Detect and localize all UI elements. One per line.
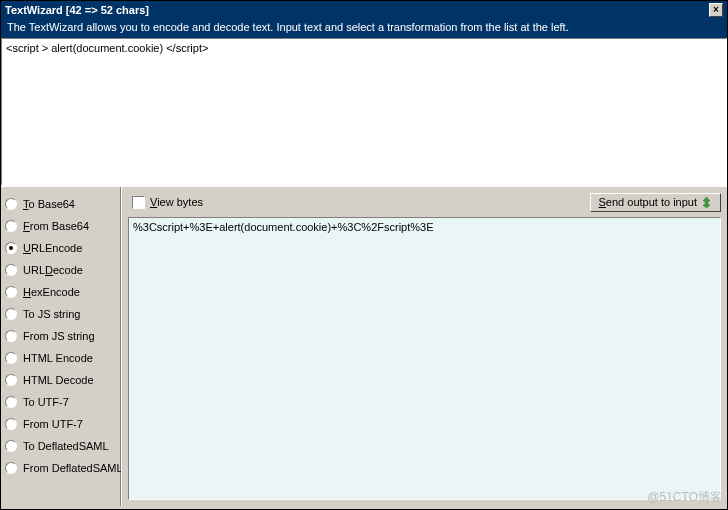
radio-icon	[5, 264, 17, 276]
radio-label: From JS string	[23, 330, 95, 342]
radio-urlencode[interactable]: URLEncode	[5, 237, 116, 259]
radio-html-decode[interactable]: HTML Decode	[5, 369, 116, 391]
radio-icon	[5, 220, 17, 232]
radio-icon	[5, 440, 17, 452]
radio-hexencode[interactable]: HexEncode	[5, 281, 116, 303]
radio-label: To DeflatedSAML	[23, 440, 109, 452]
radio-from-base64[interactable]: From Base64	[5, 215, 116, 237]
radio-from-js-string[interactable]: From JS string	[5, 325, 116, 347]
radio-label: URLEncode	[23, 242, 82, 254]
description-text: The TextWizard allows you to encode and …	[1, 19, 727, 38]
lower-pane: To Base64From Base64URLEncodeURLDecodeHe…	[1, 186, 727, 506]
radio-label: URLDecode	[23, 264, 83, 276]
view-bytes-label: View bytes	[150, 196, 203, 208]
checkbox-icon	[132, 196, 145, 209]
radio-html-encode[interactable]: HTML Encode	[5, 347, 116, 369]
radio-label: HexEncode	[23, 286, 80, 298]
radio-to-utf7[interactable]: To UTF-7	[5, 391, 116, 413]
radio-icon	[5, 242, 17, 254]
radio-label: From UTF-7	[23, 418, 83, 430]
radio-icon	[5, 418, 17, 430]
arrow-up-icon	[701, 196, 712, 209]
radio-icon	[5, 462, 17, 474]
radio-label: From Base64	[23, 220, 89, 232]
radio-icon	[5, 374, 17, 386]
input-textarea[interactable]: <script > alert(document.cookie) </scrip…	[1, 38, 727, 186]
output-textarea[interactable]: %3Cscript+%3E+alert(document.cookie)+%3C…	[128, 217, 721, 500]
radio-label: To Base64	[23, 198, 75, 210]
radio-icon	[5, 330, 17, 342]
radio-icon	[5, 396, 17, 408]
radio-to-deflatedsaml[interactable]: To DeflatedSAML	[5, 435, 116, 457]
transformation-sidebar: To Base64From Base64URLEncodeURLDecodeHe…	[1, 187, 121, 506]
send-output-to-input-button[interactable]: Send output to input	[590, 193, 721, 212]
radio-urldecode[interactable]: URLDecode	[5, 259, 116, 281]
radio-label: To UTF-7	[23, 396, 69, 408]
radio-icon	[5, 286, 17, 298]
radio-label: HTML Decode	[23, 374, 94, 386]
radio-label: HTML Encode	[23, 352, 93, 364]
radio-icon	[5, 352, 17, 364]
radio-from-deflatedsaml[interactable]: From DeflatedSAML	[5, 457, 116, 479]
radio-from-utf7[interactable]: From UTF-7	[5, 413, 116, 435]
output-toolbar: View bytes Send output to input	[122, 187, 727, 217]
send-output-label: Send output to input	[599, 196, 697, 208]
titlebar: TextWizard [42 => 52 chars] ×	[1, 1, 727, 19]
radio-to-js-string[interactable]: To JS string	[5, 303, 116, 325]
radio-icon	[5, 198, 17, 210]
view-bytes-checkbox[interactable]: View bytes	[132, 196, 203, 209]
close-icon[interactable]: ×	[709, 3, 723, 17]
window-title: TextWizard [42 => 52 chars]	[5, 4, 149, 16]
radio-label: To JS string	[23, 308, 80, 320]
radio-to-base64[interactable]: To Base64	[5, 193, 116, 215]
radio-icon	[5, 308, 17, 320]
output-pane: View bytes Send output to input %3Cscrip…	[121, 187, 727, 506]
radio-label: From DeflatedSAML	[23, 462, 123, 474]
